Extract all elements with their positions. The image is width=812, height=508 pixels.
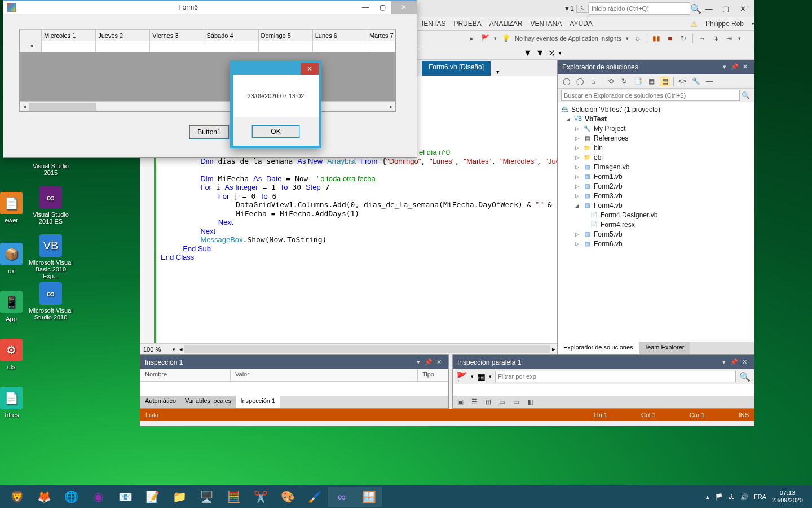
taskbar-app-firefox[interactable]: 🦊 [30,487,58,507]
tool-icon[interactable]: ▸ [467,34,476,43]
taskbar-app-paint[interactable]: 🎨 [274,487,301,507]
step-icon[interactable]: ⇥ [725,34,734,43]
column-header[interactable]: Lunes 6 [312,30,367,41]
scroll-left-icon[interactable]: ◂ [20,103,29,110]
taskbar-app[interactable]: 🖌️ [301,487,328,507]
solution-explorer-header[interactable]: Explorador de soluciones ▾ 📌 ✕ [558,60,754,74]
quick-launch-input[interactable] [589,2,690,15]
col-type[interactable]: Tipo [418,369,448,381]
tab-dropdown-icon[interactable]: ▾ [491,65,505,76]
flag-marker-icon[interactable]: 🚩 [480,34,489,43]
menu-item[interactable]: VENTANA [531,20,562,28]
zoom-value[interactable]: 100 % [140,346,170,353]
taskbar-app-chrome[interactable]: 🌐 [58,487,85,507]
taskbar-app-notepad[interactable]: 📝 [139,487,166,507]
row-header-corner[interactable] [20,30,42,41]
tray-chevron-icon[interactable]: ▴ [706,493,709,501]
taskbar-app-vs[interactable]: ∞ [328,487,355,507]
panel-icon[interactable]: ▭ [499,398,505,406]
home-icon[interactable]: ⌂ [588,76,598,86]
minus-icon[interactable]: — [704,76,714,86]
minimize-icon[interactable]: — [700,2,717,15]
desktop-icon[interactable]: 📄Titres [0,387,34,418]
user-label[interactable]: Philippe Rob [705,20,744,28]
taskbar-clock[interactable]: 07:13 23/09/2020 [772,489,803,504]
taskbar-app-snip[interactable]: ✂️ [247,487,274,507]
back-icon[interactable]: ◯ [561,76,571,86]
desktop-icon-vb2010[interactable]: VBMicrosoft Visual Basic 2010 Exp... [28,234,73,279]
panel-icon[interactable]: ◧ [527,398,533,406]
filter-icon[interactable]: ▼ [536,48,545,58]
panel-icon[interactable]: ⊞ [486,398,491,406]
tray-language[interactable]: FRA [754,493,766,500]
close-icon[interactable]: ✕ [391,1,417,14]
step-icon[interactable]: ↴ [711,34,720,43]
scroll-left-icon[interactable]: ◂ [178,345,184,353]
restart-icon[interactable]: ↻ [679,34,688,43]
grid-icon[interactable]: ▦ [477,371,486,382]
dropdown-icon[interactable]: ▾ [720,63,730,71]
solution-tree[interactable]: 📇Solución 'VbTest' (1 proyecto) ◢VBVbTes… [558,102,754,342]
shuffle-icon[interactable]: ⤮ [548,47,555,58]
notification-funnel-icon[interactable]: ▼1 [563,5,574,12]
desktop-icon-vs2010[interactable]: ∞Microsoft Visual Studio 2010 [28,282,73,321]
menu-item[interactable]: ANALIZAR [489,20,523,28]
column-header[interactable]: Viernes 3 [150,30,204,41]
column-header[interactable]: Sábado 4 [204,30,258,41]
panel-icon[interactable]: ▣ [457,398,464,406]
watch-tab[interactable]: Inspección 1 [236,396,280,408]
document-tab[interactable]: Form6.vb [Diseño] [422,61,491,76]
maximize-icon[interactable]: ▢ [374,1,391,14]
horizontal-scrollbar[interactable]: ◂ ▸ [20,101,395,111]
pin-icon[interactable]: 📌 [730,63,740,71]
forward-icon[interactable]: ◯ [575,76,585,86]
watch-tab[interactable]: Variables locales [180,396,236,408]
refresh-icon[interactable]: ↻ [619,76,629,86]
watch-tab[interactable]: Automático [140,396,180,408]
parallel-filter-input[interactable] [495,371,736,382]
light-icon[interactable]: ☼ [633,34,642,43]
messagebox-titlebar[interactable]: ✕ [233,63,319,75]
button1[interactable]: Button1 [189,125,229,139]
parallel-header[interactable]: Inspección paralela 1▾📌✕ [453,355,754,369]
dropdown-icon[interactable]: ▾ [559,50,562,56]
search-icon[interactable]: 🔍 [740,91,751,99]
taskbar-app-explorer[interactable]: 📁 [166,487,193,507]
tab-solution-explorer[interactable]: Explorador de soluciones [558,342,639,354]
menu-item[interactable]: IENTAS [422,20,445,28]
taskbar-app-outlook[interactable]: 📧 [112,487,139,507]
scroll-thumb[interactable] [29,103,96,111]
code-icon[interactable]: <> [677,76,687,86]
close-icon[interactable]: ✕ [301,63,319,75]
tray-volume-icon[interactable]: 🔊 [740,493,748,501]
tray-network-icon[interactable]: 🖧 [729,493,735,500]
wrench-icon[interactable]: 🔧 [691,76,701,86]
taskbar-app[interactable]: ◉ [85,487,112,507]
desktop-icon-vs2015[interactable]: Visual Studio 2015 [28,163,73,176]
minimize-icon[interactable]: — [357,1,374,14]
tab-team-explorer[interactable]: Team Explorer [639,342,690,354]
properties-icon[interactable]: ▤ [660,76,670,86]
lightbulb-icon[interactable]: 💡 [501,34,510,43]
insights-label[interactable]: No hay eventos de Application Insights [515,35,621,42]
col-value[interactable]: Valor [231,369,418,381]
form6-titlebar[interactable]: Form6 — ▢ ✕ [3,1,417,14]
scroll-right-icon[interactable]: ▸ [550,345,557,353]
menu-item[interactable]: PRUEBA [453,20,481,28]
stop-icon[interactable]: ■ [665,34,674,43]
desktop-icon-vs2013[interactable]: ∞Visual Studio 2013 ES [28,186,73,225]
panel-icon[interactable]: ☰ [471,398,478,406]
scroll-right-icon[interactable]: ▸ [386,103,395,110]
menu-item[interactable]: AYUDA [570,20,592,28]
close-icon[interactable]: ✕ [734,2,751,15]
filter-icon[interactable]: ▼ [523,48,532,58]
datagridview[interactable]: Miercoles 1 Jueves 2 Viernes 3 Sábado 4 … [19,29,396,112]
ok-button[interactable]: OK [252,125,299,138]
taskbar-app-calc[interactable]: 🧮 [220,487,247,507]
watch-header[interactable]: Inspección 1▾📌✕ [140,355,448,369]
column-header[interactable]: Martes 7 [367,30,395,41]
search-icon[interactable]: 🔍 [739,371,751,382]
collapse-icon[interactable]: 📑 [633,76,643,86]
pause-icon[interactable]: ▮▮ [652,34,661,43]
column-header[interactable]: Miercoles 1 [42,30,96,41]
